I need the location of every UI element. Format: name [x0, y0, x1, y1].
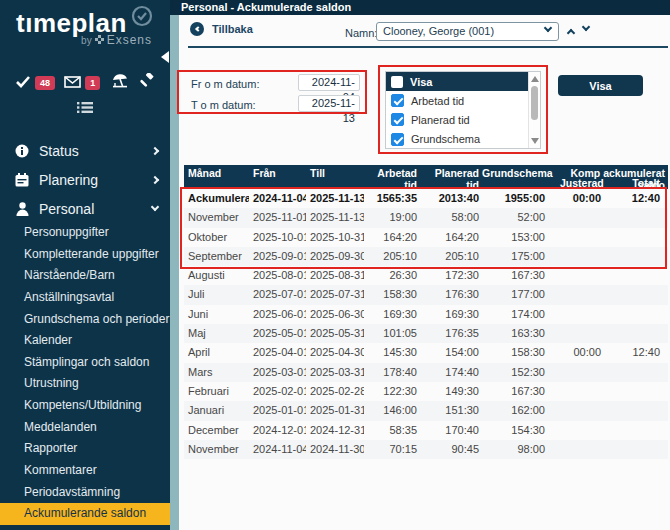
column-header-fran: Från [249, 165, 306, 189]
column-header-planerad-tid: Planerad tid [420, 165, 482, 189]
sidebar-submenu-item[interactable]: Kompletterande uppgifter [0, 244, 170, 266]
to-date-input[interactable]: 2025-11-13 [298, 95, 360, 112]
sidebar-submenu-item[interactable]: Rapporter [0, 438, 170, 460]
info-icon [14, 144, 30, 158]
table-row[interactable]: Maj 2025-05-01 2025-05-31 101:05 176:35 … [184, 324, 668, 343]
list-scrollbar[interactable] [528, 72, 540, 148]
sidebar-menu: Status Planering Personal [0, 136, 170, 223]
column-header-grundschema: Grundschema [482, 165, 548, 189]
sidebar-submenu-item[interactable]: Periodavstämning [0, 482, 170, 504]
column-option[interactable]: Arbetad tid [386, 91, 528, 110]
vacation-umbrella-icon[interactable] [110, 73, 130, 92]
column-header-till: Till [306, 165, 364, 189]
table-row[interactable]: November 2025-11-01 2025-11-13 19:00 58:… [184, 208, 668, 227]
table-row[interactable]: Juli 2025-07-01 2025-07-31 158:30 176:30… [184, 285, 668, 304]
chevron-down-icon [544, 24, 552, 32]
column-header-manad: Månad [184, 165, 249, 189]
sidebar-item-label: Personal [30, 201, 152, 217]
employee-select-value: Clooney, George (001) [383, 25, 494, 37]
clock-icon [130, 4, 154, 32]
sidebar-submenu-item[interactable]: Meddelanden [0, 417, 170, 439]
column-checkbox[interactable] [391, 133, 404, 146]
sidebar-submenu-item[interactable]: Anställningsavtal [0, 287, 170, 309]
table-row[interactable]: Januari 2025-01-01 2025-01-31 146:00 151… [184, 401, 668, 420]
table-row[interactable]: September 2025-09-01 2025-09-30 205:10 2… [184, 247, 668, 266]
sidebar-collapse-arrow-icon[interactable] [161, 51, 169, 63]
column-checkbox[interactable] [391, 94, 404, 107]
column-option-label: Planerad tid [411, 114, 470, 126]
sidebar-submenu-item[interactable]: Kalender [0, 330, 170, 352]
chevron-down-icon [151, 203, 159, 211]
scroll-down-icon[interactable] [531, 138, 539, 144]
show-columns-list: Visa Arbetad tid Planerad tid Grundschem… [385, 71, 541, 149]
check-icon [16, 74, 31, 92]
sidebar-item-planering[interactable]: Planering [0, 165, 170, 194]
table-row[interactable]: Mars 2025-03-01 2025-03-31 178:40 174:40… [184, 363, 668, 382]
balances-table: Månad Från Till Arbetad tid Planerad tid… [184, 165, 668, 459]
sidebar-submenu-item[interactable]: Personuppgifter [0, 222, 170, 244]
sidebar-item-personal[interactable]: Personal [0, 194, 170, 223]
table-row[interactable]: Oktober 2025-10-01 2025-10-31 164:20 164… [184, 228, 668, 247]
sidebar-submenu: PersonuppgifterKompletterande uppgifterN… [0, 222, 170, 525]
name-label: Namn: [345, 27, 377, 39]
show-columns-header-label: Visa [410, 76, 432, 88]
approvals-indicator[interactable]: 48 [16, 74, 55, 92]
sidebar-icon-row: 48 1 [0, 73, 170, 92]
employee-select[interactable]: Clooney, George (001) [376, 22, 559, 41]
person-icon [14, 202, 30, 216]
page-title: Personal - Ackumulerade saldon [170, 0, 670, 15]
table-body: Ackumulerad 2024-11-04 2025-11-13 1565:3… [184, 189, 668, 459]
app-logo: tımeplan by Exsens [0, 0, 170, 52]
column-checkbox[interactable] [391, 113, 404, 126]
logo-by-text: by [81, 35, 92, 46]
from-date-input[interactable]: 2024-11-04 [298, 74, 360, 91]
table-row[interactable]: Augusti 2025-08-01 2025-08-31 26:30 172:… [184, 266, 668, 285]
show-columns-header[interactable]: Visa [386, 72, 528, 91]
gavel-icon[interactable] [139, 73, 154, 92]
sidebar-submenu-item[interactable]: Kommentarer [0, 460, 170, 482]
exsens-flower-icon [95, 35, 104, 46]
sidebar-submenu-item[interactable]: Utrustning [0, 373, 170, 395]
previous-employee-button[interactable] [567, 29, 575, 37]
column-header-komp-saldo: Komp ackumulerat saldo [548, 165, 668, 177]
envelope-icon [64, 74, 81, 92]
scroll-up-icon[interactable] [531, 76, 539, 82]
select-all-checkbox[interactable] [391, 76, 403, 88]
show-columns-options: Arbetad tid Planerad tid Grundschema [386, 91, 540, 149]
sidebar: tımeplan by Exsens 48 [0, 0, 170, 530]
show-button[interactable]: Visa [558, 75, 643, 96]
list-icon-row [0, 100, 170, 118]
back-label: Tillbaka [212, 23, 253, 35]
column-header-arbetad-tid: Arbetad tid [364, 165, 420, 189]
table-row[interactable]: Ackumulerad 2024-11-04 2025-11-13 1565:3… [184, 189, 668, 208]
sidebar-item-label: Planering [30, 172, 152, 188]
approvals-badge: 48 [35, 76, 55, 90]
sidebar-submenu-item[interactable]: Närstående/Barn [0, 265, 170, 287]
table-row[interactable]: April 2025-04-01 2025-04-30 145:30 154:0… [184, 343, 668, 362]
sidebar-submenu-item[interactable]: Ackumulerande saldon [0, 503, 170, 525]
sidebar-submenu-item[interactable]: Kompetens/Utbildning [0, 395, 170, 417]
scrollbar-thumb[interactable] [531, 86, 538, 120]
logo-brand-text: Exsens [107, 33, 152, 47]
table-row[interactable]: Juni 2025-06-01 2025-06-30 169:30 169:30… [184, 305, 668, 324]
toolbar-divider [188, 46, 668, 48]
messages-indicator[interactable]: 1 [64, 74, 100, 92]
column-header-totalt: Totalt [604, 177, 668, 189]
table-row[interactable]: Februari 2025-02-01 2025-02-28 122:30 14… [184, 382, 668, 401]
table-row[interactable]: December 2024-12-01 2024-12-31 58:35 170… [184, 421, 668, 440]
sidebar-item-status[interactable]: Status [0, 136, 170, 165]
chevron-right-icon [151, 146, 159, 154]
column-option-label: Arbetad tid [411, 95, 464, 107]
calendar-icon [14, 173, 30, 187]
sidebar-item-label: Status [30, 143, 152, 159]
table-row[interactable]: November 2024-11-04 2024-11-30 70:15 90:… [184, 440, 668, 459]
column-option[interactable]: Planerad tid [386, 110, 528, 129]
list-icon[interactable] [77, 100, 93, 118]
column-header-justerad: Justerad [548, 177, 604, 189]
sidebar-submenu-item[interactable]: Stämplingar och saldon [0, 352, 170, 374]
back-button[interactable]: Tillbaka [190, 22, 253, 36]
to-date-label: T o m datum: [191, 99, 256, 111]
sidebar-submenu-item[interactable]: Grundschema och perioder [0, 309, 170, 331]
messages-badge: 1 [85, 76, 100, 90]
column-option[interactable]: Grundschema [386, 130, 528, 149]
